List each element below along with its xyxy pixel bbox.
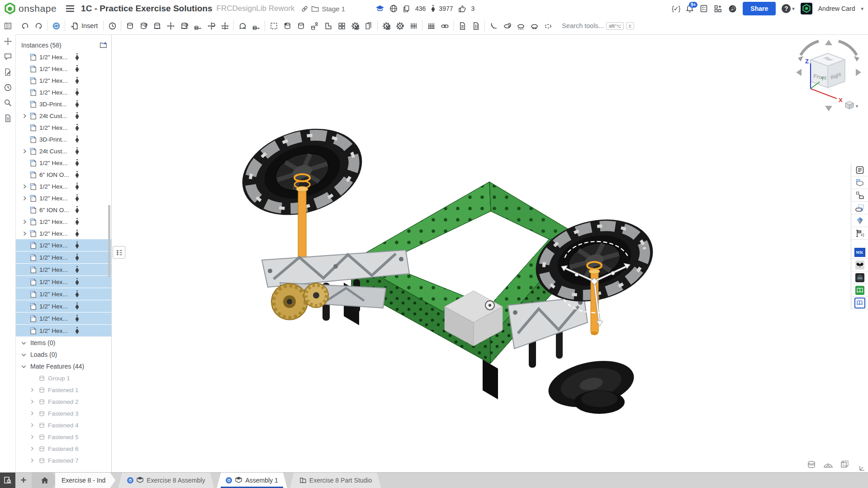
mate-feature-row[interactable]: Fastened 5 bbox=[16, 431, 111, 443]
instance-row[interactable]: 3D-Print... bbox=[16, 133, 111, 145]
outline-icon[interactable] bbox=[4, 114, 12, 123]
tab-exercise-8-ind[interactable]: Exercise 8 - Ind bbox=[55, 473, 115, 488]
green-library-app-icon[interactable] bbox=[851, 284, 868, 297]
rigid-icon[interactable] bbox=[294, 19, 308, 33]
parallel-mate-icon[interactable] bbox=[218, 19, 232, 33]
chevron-right-icon[interactable] bbox=[29, 434, 36, 441]
history-icon[interactable] bbox=[4, 83, 12, 92]
section-view-icon[interactable] bbox=[514, 19, 527, 33]
comments-icon[interactable] bbox=[4, 52, 12, 61]
chevron-right-icon[interactable] bbox=[22, 183, 28, 190]
structure-icon[interactable] bbox=[469, 19, 483, 33]
instance-row[interactable]: 1/2" Hex... bbox=[16, 300, 111, 313]
chevron-right-icon[interactable] bbox=[22, 148, 28, 155]
chevron-right-icon[interactable] bbox=[29, 410, 36, 417]
add-instance-icon[interactable] bbox=[99, 41, 108, 49]
extract-part-icon[interactable] bbox=[851, 189, 868, 202]
assistant-icon[interactable] bbox=[728, 5, 737, 13]
fastened-mate-icon[interactable] bbox=[123, 19, 137, 33]
in-context-icon[interactable] bbox=[308, 19, 321, 33]
update-icon[interactable] bbox=[49, 19, 63, 33]
featurescript-icon[interactable]: x) bbox=[851, 227, 868, 240]
redo-icon[interactable] bbox=[32, 19, 45, 33]
rack-icon[interactable] bbox=[407, 19, 420, 33]
instance-row[interactable]: 1/2" Hex... bbox=[16, 192, 111, 204]
instance-row[interactable]: 1/2" Hex... bbox=[16, 51, 111, 63]
user-caret-icon[interactable]: ▾ bbox=[861, 6, 863, 12]
import-gem-icon[interactable] bbox=[851, 214, 868, 227]
target-icon[interactable] bbox=[4, 37, 12, 46]
ball-mate-icon[interactable] bbox=[204, 19, 218, 33]
mate-feature-row[interactable]: Fastened 4 bbox=[16, 419, 111, 431]
mate-feature-row[interactable]: Fastened 3 bbox=[16, 407, 111, 419]
rotate-cw-arrow[interactable] bbox=[839, 41, 857, 55]
fix-icon[interactable] bbox=[280, 19, 294, 33]
mate-feature-row[interactable]: Fastened 6 bbox=[16, 443, 111, 455]
chain-icon[interactable] bbox=[438, 19, 451, 33]
add-tab-button[interactable]: + bbox=[15, 473, 32, 488]
instance-row[interactable]: 1/2" Hex... bbox=[16, 122, 111, 133]
versions-check-icon[interactable]: {✓} bbox=[672, 5, 680, 12]
slot-sketch-icon[interactable] bbox=[851, 202, 868, 214]
edit-part-icon[interactable] bbox=[321, 19, 335, 33]
instance-row[interactable]: 1/2" Hex... bbox=[16, 216, 111, 227]
shaded-view-icon[interactable] bbox=[806, 460, 816, 469]
instance-row[interactable]: 1/2" Hex... bbox=[16, 227, 111, 239]
section-mate-features[interactable]: Mate Features (44) bbox=[16, 360, 111, 372]
tab-assembly-1[interactable]: Assembly 1 bbox=[217, 473, 287, 488]
section-items[interactable]: Items (0) bbox=[16, 337, 111, 349]
blue-library-app-icon[interactable] bbox=[851, 297, 868, 309]
instance-row[interactable]: 3D-Print... bbox=[16, 98, 111, 110]
panel-scrollbar[interactable] bbox=[108, 205, 110, 277]
named-positions-icon[interactable] bbox=[105, 19, 119, 33]
rotate-right-arrow[interactable] bbox=[856, 69, 861, 76]
mate-feature-row[interactable]: Fastened 2 bbox=[16, 396, 111, 407]
instance-row[interactable]: 1/2" Hex... bbox=[16, 239, 111, 251]
instance-row[interactable]: 6" ION O... bbox=[16, 169, 111, 180]
undo-icon[interactable] bbox=[18, 19, 32, 33]
document-edit-icon[interactable] bbox=[4, 68, 12, 76]
instance-row[interactable]: 24t Cust... bbox=[16, 145, 111, 157]
view-mode-cube-icon[interactable] bbox=[845, 101, 854, 109]
cylindrical-mate-icon[interactable] bbox=[177, 19, 191, 33]
view-triad-icon[interactable] bbox=[859, 464, 866, 472]
tab-exercise-8-part-studio[interactable]: Exercise 8 Part Studio bbox=[290, 473, 381, 488]
revolute-mate-icon[interactable] bbox=[137, 19, 150, 33]
relations-icon[interactable] bbox=[379, 19, 393, 33]
notifications-bell-icon[interactable]: 9+ bbox=[686, 5, 694, 13]
bom-table-icon[interactable] bbox=[851, 176, 868, 189]
chevron-right-icon[interactable] bbox=[29, 457, 36, 464]
instance-row[interactable]: 1/2" Hex... bbox=[16, 313, 111, 325]
instance-row[interactable]: 1/2" Hex... bbox=[16, 288, 111, 300]
instance-row[interactable]: 1/2" Hex... bbox=[16, 75, 111, 86]
flyout-panel-icon[interactable] bbox=[4, 22, 12, 30]
tilt-down-arrow[interactable] bbox=[825, 106, 832, 111]
instance-row[interactable]: 1/2" Hex... bbox=[16, 276, 111, 288]
instance-row[interactable]: 1/2" Hex... bbox=[16, 264, 111, 276]
tab-search-button[interactable] bbox=[0, 473, 15, 488]
tab-exercise-8-assembly[interactable]: Exercise 8 Assembly bbox=[118, 473, 214, 488]
measure-icon[interactable] bbox=[487, 19, 500, 33]
rotate-left-arrow[interactable] bbox=[796, 69, 802, 76]
tilt-up-arrow[interactable] bbox=[825, 40, 832, 45]
section-loads[interactable]: Loads (0) bbox=[16, 349, 111, 360]
share-button[interactable]: Share bbox=[743, 2, 776, 15]
bom-icon[interactable] bbox=[455, 19, 469, 33]
chevron-right-icon[interactable] bbox=[29, 445, 36, 452]
projection-icon[interactable] bbox=[840, 460, 850, 469]
instance-row[interactable]: 1/2" Hex... bbox=[16, 180, 111, 192]
home-tab[interactable] bbox=[32, 473, 58, 488]
chevron-right-icon[interactable] bbox=[22, 218, 28, 225]
document-outline-icon[interactable] bbox=[851, 164, 868, 176]
chevron-right-icon[interactable] bbox=[29, 387, 36, 393]
search-tools[interactable]: Search tools... alt/⌥c bbox=[562, 22, 634, 30]
appearance-icon[interactable] bbox=[541, 19, 555, 33]
chevron-right-icon[interactable] bbox=[29, 422, 36, 429]
pattern-icon[interactable] bbox=[335, 19, 348, 33]
explode-icon[interactable] bbox=[249, 19, 263, 33]
apps-icon[interactable] bbox=[714, 5, 722, 13]
snap-mode-icon[interactable] bbox=[236, 19, 249, 33]
avatar[interactable] bbox=[801, 3, 812, 14]
instance-row[interactable]: 1/2" Hex... bbox=[16, 86, 111, 98]
instance-row[interactable]: 6" ION O... bbox=[16, 204, 111, 216]
